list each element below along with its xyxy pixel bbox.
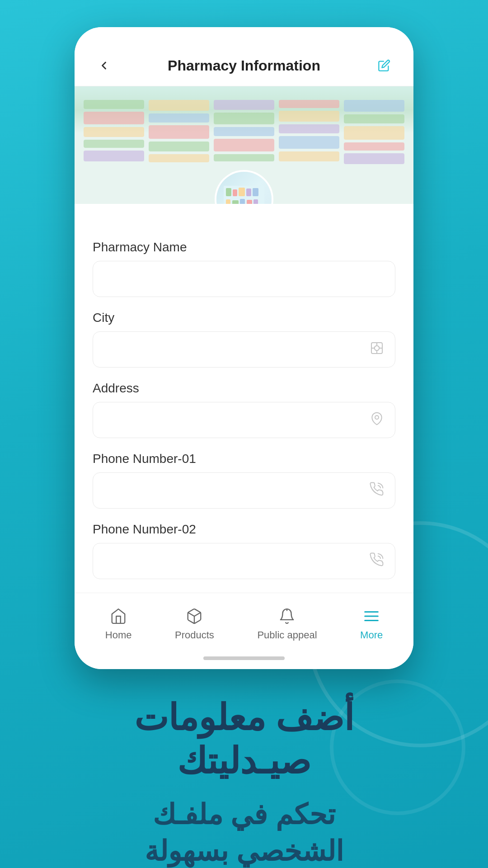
page-title: Pharmacy Information [168,57,320,74]
phone-frame: Pharmacy Information [75,27,413,669]
nav-item-more[interactable]: More [351,602,392,646]
nav-home-label: Home [105,629,132,641]
status-bar [75,27,413,45]
home-icon [109,607,128,626]
city-input[interactable] [93,331,395,368]
avatar-image [216,172,272,204]
svg-rect-3 [239,188,245,196]
nav-item-public-appeal[interactable]: Public appeal [248,602,326,646]
svg-rect-10 [253,199,258,204]
top-nav: Pharmacy Information [75,45,413,86]
address-label: Address [93,381,395,396]
avatar-container [215,170,273,204]
pharmacy-name-label: Pharmacy Name [93,240,395,255]
bell-icon [277,607,296,626]
address-input[interactable] [93,402,395,438]
svg-rect-2 [233,189,237,196]
svg-rect-5 [253,188,258,196]
home-indicator [75,650,413,669]
svg-rect-8 [240,199,245,204]
arabic-title: أضف معلومات صيـدليتك [111,696,377,783]
bottom-nav: Home Products Public appeal [75,593,413,650]
svg-rect-6 [226,199,230,204]
nav-item-home[interactable]: Home [96,602,141,646]
box-icon [185,607,204,626]
home-bar [203,656,285,660]
bottom-text-section: أضف معلومات صيـدليتك تحكم في ملفـك الشخص… [75,669,413,868]
phone1-input[interactable] [93,472,395,509]
city-label: City [93,311,395,325]
phone1-label: Phone Number-01 [93,452,395,466]
svg-point-17 [375,415,379,419]
svg-rect-9 [247,200,252,204]
menu-icon [362,607,381,626]
phone1-icon [370,482,384,500]
avatar [215,170,273,204]
nav-item-products[interactable]: Products [166,602,223,646]
nav-products-label: Products [175,629,214,641]
back-button[interactable] [93,54,115,77]
svg-point-12 [375,345,380,350]
phone2-label: Phone Number-02 [93,522,395,537]
city-icon [370,341,384,359]
pharmacy-name-input[interactable] [93,261,395,297]
svg-rect-1 [226,188,231,196]
arabic-subtitle: تحكم في ملفـك الشخصي بسهولة [111,797,377,868]
svg-rect-4 [246,189,251,196]
nav-public-appeal-label: Public appeal [257,629,317,641]
edit-button[interactable] [373,54,395,77]
location-icon [370,411,384,429]
phone2-icon [370,552,384,570]
form-content: Pharmacy Name City Address [75,204,413,593]
nav-more-label: More [360,629,383,641]
phone2-input[interactable] [93,543,395,579]
hero-image [75,86,413,204]
svg-rect-7 [232,200,239,204]
